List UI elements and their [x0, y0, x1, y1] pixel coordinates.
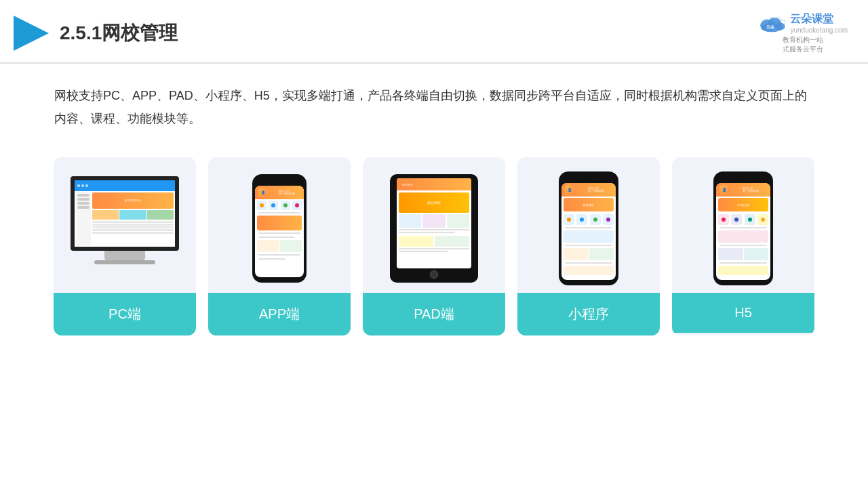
h5-label: H5 [672, 293, 814, 333]
page-title: 2.5.1网校管理 [60, 20, 178, 46]
miniprogram-label: 小程序 [517, 293, 660, 336]
monitor-screen: 教学管理平台 [71, 176, 179, 251]
svg-marker-0 [14, 16, 49, 51]
app-image-area: 👤 职达人的第一堂刷提课 [208, 157, 351, 293]
miniprogram-image-area: 👤 职达人的第一堂刷提课 推荐课程 [517, 157, 660, 293]
cards-container: 教学管理平台 [0, 137, 868, 356]
miniprogram-phone-mockup: 👤 职达人的第一堂刷提课 推荐课程 [559, 171, 618, 285]
app-phone-mockup: 👤 职达人的第一堂刷提课 [252, 174, 307, 283]
card-h5: 👤 职达人的第一堂刷提课 H5精品课 [672, 157, 814, 336]
header: 2.5.1网校管理 云朵 云朵课堂 yunduoketang.com 教育机构一… [0, 0, 868, 64]
card-app: 👤 职达人的第一堂刷提课 [208, 157, 351, 336]
pc-image-area: 教学管理平台 [54, 157, 196, 293]
card-miniprogram: 👤 职达人的第一堂刷提课 推荐课程 [517, 157, 660, 336]
pad-tablet-mockup: 教学平台 精品课程 [390, 174, 478, 283]
app-label: APP端 [208, 293, 351, 336]
description-text: 网校支持PC、APP、PAD、小程序、H5，实现多端打通，产品各终端自由切换，数… [0, 64, 868, 137]
pc-monitor: 教学管理平台 [67, 176, 182, 281]
h5-image-area: 👤 职达人的第一堂刷提课 H5精品课 [672, 157, 814, 293]
h5-phone-mockup: 👤 职达人的第一堂刷提课 H5精品课 [713, 171, 773, 285]
logo-area: 云朵 云朵课堂 yunduoketang.com 教育机构一站 式服务云平台 [757, 12, 848, 54]
pad-label: PAD端 [363, 293, 505, 336]
cloud-logo-icon: 云朵 [757, 12, 786, 34]
logo-text-group: 云朵课堂 yunduoketang.com [790, 12, 848, 34]
pad-image-area: 教学平台 精品课程 [363, 157, 505, 293]
pc-label: PC端 [54, 293, 196, 336]
card-pad: 教学平台 精品课程 [363, 157, 505, 336]
header-left: 2.5.1网校管理 [14, 16, 178, 51]
logo-subtitle: 教育机构一站 式服务云平台 [783, 35, 823, 54]
card-pc: 教学管理平台 [54, 157, 196, 336]
logo-name: 云朵课堂 [790, 12, 848, 26]
logo-cloud: 云朵 云朵课堂 yunduoketang.com [757, 12, 848, 34]
description-content: 网校支持PC、APP、PAD、小程序、H5，实现多端打通，产品各终端自由切换，数… [54, 89, 807, 125]
svg-text:云朵: 云朵 [766, 24, 775, 29]
play-icon [14, 16, 49, 51]
logo-domain: yunduoketang.com [790, 26, 848, 34]
